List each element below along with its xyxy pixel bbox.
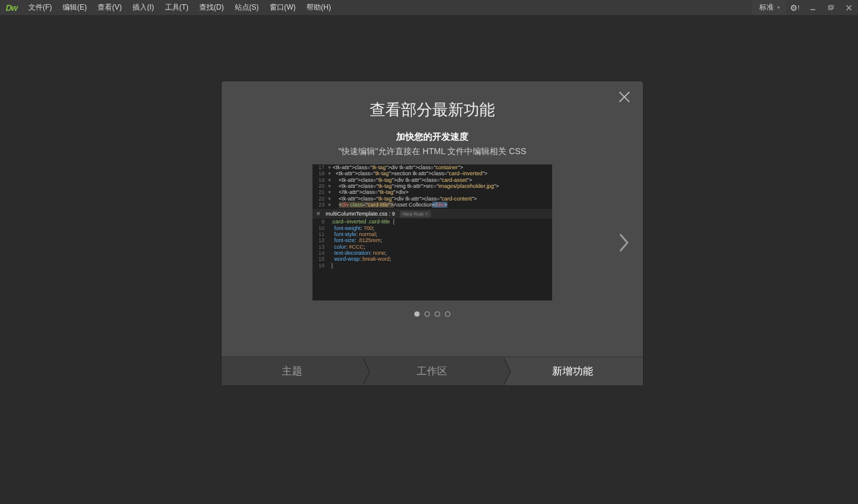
onboarding-steps: 主题工作区新增功能 [222,356,643,385]
code-preview-image: 17▾ <tk-attr">class="tk-tag">div tk-attr… [312,164,552,300]
whats-new-modal: 查看部分最新功能 加快您的开发速度 "快速编辑"允许直接在 HTML 文件中编辑… [222,81,643,385]
code-line: 9 .card--inverted .card-title { [312,219,552,225]
modal-title: 查看部分最新功能 [246,99,619,120]
menu-item[interactable]: 窗口(W) [264,0,301,15]
quick-edit-css-bar: ✕ multiColumnTemplate.css : 9 New Rule + [312,209,552,219]
menu-item[interactable]: 查找(D) [194,0,229,15]
code-line: 23▾ <div class="card-title">Asset Collec… [312,202,552,208]
menu-item[interactable]: 站点(S) [229,0,264,15]
workspace-layout-select[interactable]: 标准 ▾ [752,0,786,15]
onboarding-step[interactable]: 主题 [222,357,362,385]
css-filename: multiColumnTemplate.css : 9 [326,211,395,217]
modal-description: "快速编辑"允许直接在 HTML 文件中编辑相关 CSS [246,146,619,157]
maximize-button[interactable] [822,2,840,13]
code-line: 22▾ <tk-attr">class="tk-tag">div tk-attr… [312,196,552,202]
close-icon: ✕ [316,211,321,217]
slide-dot[interactable] [445,311,450,317]
app-logo: Dw [0,3,23,13]
code-line: 15 word-wrap: break-word; [312,256,552,262]
menu-item[interactable]: 查看(V) [92,0,127,15]
svg-rect-1 [828,6,832,10]
menu-item[interactable]: 文件(F) [23,0,57,15]
menu-item[interactable]: 工具(T) [160,0,194,15]
settings-button[interactable]: ⚙! [786,3,804,13]
onboarding-step[interactable]: 工作区 [362,357,502,385]
code-line: 12 font-size: .8125rem; [312,237,552,243]
code-line: 16 } [312,263,552,269]
code-line: 19▾ <tk-attr">class="tk-tag">div tk-attr… [312,177,552,183]
code-line: 17▾ <tk-attr">class="tk-tag">div tk-attr… [312,164,552,170]
onboarding-step[interactable]: 新增功能 [503,357,643,385]
menu-item[interactable]: 帮助(H) [301,0,337,15]
new-rule-button: New Rule + [400,211,431,217]
modal-content: 查看部分最新功能 加快您的开发速度 "快速编辑"允许直接在 HTML 文件中编辑… [222,81,643,356]
code-line: 10 font-weight: 700; [312,225,552,231]
slide-indicator [222,311,643,317]
code-line: 21▾ </tk-attr">class="tk-tag">div> [312,189,552,195]
code-line: 13 color: #CCC; [312,244,552,250]
chevron-right-icon [618,232,630,254]
slide-dot[interactable] [424,311,430,317]
menu-item[interactable]: 编辑(E) [57,0,92,15]
next-slide-button[interactable] [618,232,630,256]
menubar-right: 标准 ▾ ⚙! [752,0,858,15]
chevron-down-icon: ▾ [777,5,780,10]
code-line: 14 text-decoration: none; [312,250,552,256]
gear-icon: ⚙ [790,3,798,13]
code-line: 18▾ <tk-attr">class="tk-tag">section tk-… [312,170,552,176]
code-line: 20▾ <tk-attr">class="tk-tag">img tk-attr… [312,183,552,189]
close-window-button[interactable] [840,2,858,13]
svg-rect-2 [830,5,833,8]
slide-dot[interactable] [414,311,420,317]
minimize-button[interactable] [804,2,822,13]
alert-icon: ! [798,5,800,11]
slide-dot[interactable] [435,311,440,317]
code-line: 11 font-style: normal; [312,231,552,237]
modal-subtitle: 加快您的开发速度 [246,131,619,143]
workspace-layout-label: 标准 [759,2,774,13]
menubar: Dw 文件(F)编辑(E)查看(V)插入(I)工具(T)查找(D)站点(S)窗口… [0,0,858,15]
menu-item[interactable]: 插入(I) [127,0,159,15]
